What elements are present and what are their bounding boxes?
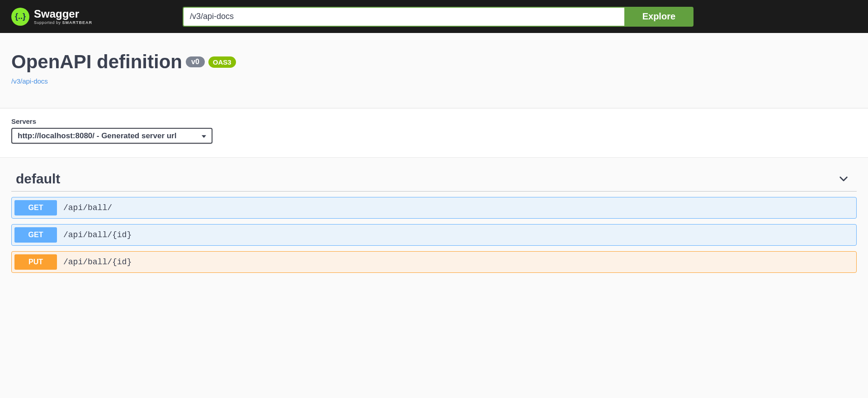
info-section: OpenAPI definition v0 OAS3 /v3/api-docs [0,33,868,108]
operation-path: /api/ball/ [63,203,112,212]
api-title: OpenAPI definition v0 OAS3 [11,51,857,73]
method-badge: GET [14,227,57,243]
operation-row[interactable]: GET/api/ball/ [11,197,857,219]
logo-text: Swagger [34,9,92,19]
servers-section: Servers http://localhost:8080/ - Generat… [0,108,868,158]
operation-path: /api/ball/{id} [63,230,132,239]
explore-button[interactable]: Explore [624,7,693,27]
tag-name: default [11,171,60,187]
operation-row[interactable]: PUT/api/ball/{id} [11,251,857,273]
chevron-down-icon [839,174,849,184]
servers-label: Servers [11,117,857,125]
operations-section: default GET/api/ball/GET/api/ball/{id}PU… [0,158,868,287]
swagger-logo-icon: {..} [11,8,29,26]
topbar: {..} Swagger Supported by SMARTBEAR Expl… [0,0,868,33]
method-badge: PUT [14,254,57,270]
api-title-text: OpenAPI definition [11,51,182,73]
oas-badge: OAS3 [208,56,236,68]
swagger-logo[interactable]: {..} Swagger Supported by SMARTBEAR [11,8,92,26]
method-badge: GET [14,200,57,215]
servers-select[interactable]: http://localhost:8080/ - Generated serve… [11,128,212,144]
spec-url-input[interactable] [183,7,624,27]
tag-header[interactable]: default [11,171,857,192]
logo-subtext: Supported by SMARTBEAR [34,20,92,25]
version-badge: v0 [186,56,205,67]
operations-list: GET/api/ball/GET/api/ball/{id}PUT/api/ba… [11,197,857,273]
operation-row[interactable]: GET/api/ball/{id} [11,224,857,246]
spec-url-form: Explore [183,7,693,27]
api-docs-link[interactable]: /v3/api-docs [11,77,48,85]
operation-path: /api/ball/{id} [63,258,132,267]
